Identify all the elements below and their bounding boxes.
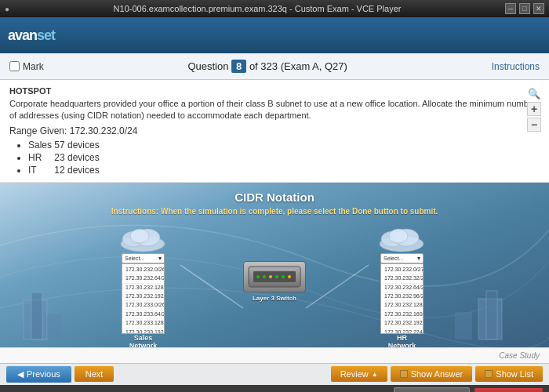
hr-cloud-icon <box>376 222 427 253</box>
bottom-nav: ◀ Previous Next Review ▲ Show Answer Sho… <box>0 363 549 385</box>
list-item: 172.30.233.192/26 <box>124 328 162 334</box>
svg-line-0 <box>180 265 243 308</box>
hr-network-label: HRNetwork <box>388 334 416 347</box>
sales-ip-list[interactable]: 172.30.232.0/26 172.30.232.64/26 172.30.… <box>122 263 165 334</box>
simulation-area: CIDR Notation Instructions: When the sim… <box>0 183 549 347</box>
sales-cloud-icon <box>118 222 169 253</box>
list-item: 172.30.232.64/26 <box>124 274 162 283</box>
review-button[interactable]: Review ▲ <box>331 366 387 382</box>
question-number: 8 <box>231 60 246 73</box>
next-label: Next <box>85 369 104 379</box>
question-body: Corporate headquarters provided your off… <box>9 98 540 122</box>
minimize-button[interactable]: ─ <box>505 3 516 14</box>
logo-av: avan <box>8 27 37 43</box>
device-name: Sales <box>28 140 52 151</box>
mark-control[interactable]: Mark <box>9 61 44 72</box>
svg-point-11 <box>130 229 149 243</box>
list-item: 172.30.232.192/27 <box>383 319 421 328</box>
window-title: N10-006.examcollection.premium.exam.323q… <box>9 4 505 13</box>
svg-rect-7 <box>455 312 472 339</box>
svg-point-15 <box>389 229 408 243</box>
list-item: 172.30.232.96/27 <box>383 292 421 301</box>
svg-point-21 <box>275 275 278 278</box>
list-item: 172.30.232.192/26 <box>124 292 162 301</box>
question-info: Question 8 of 323 (Exam A, Q27) <box>187 60 347 72</box>
mark-checkbox[interactable] <box>9 61 20 71</box>
app-header: avanset <box>0 17 549 53</box>
content-area: HOTSPOT Corporate headquarters provided … <box>0 80 549 363</box>
question-text-area: HOTSPOT Corporate headquarters provided … <box>0 80 549 183</box>
save-session-button[interactable]: Save Session <box>394 387 470 392</box>
logo-an: set <box>37 27 55 43</box>
switch-label: Layer 3 Switch <box>253 295 296 302</box>
svg-point-18 <box>256 275 260 278</box>
instructions-link[interactable]: Instructions <box>492 61 540 72</box>
hotspot-label: HOTSPOT <box>9 86 540 96</box>
svg-point-19 <box>263 275 266 278</box>
svg-point-22 <box>282 275 285 278</box>
switch-svg <box>247 265 302 289</box>
end-exam-button[interactable]: End Exam <box>474 388 543 392</box>
sales-dropdown-label: Select... <box>125 256 144 261</box>
sales-dropdown[interactable]: Select... ▾ <box>122 253 165 263</box>
svg-rect-3 <box>31 292 42 339</box>
show-answer-label: Show Answer <box>411 369 464 379</box>
show-list-icon <box>485 370 493 378</box>
list-item: HR 23 devices <box>28 152 540 163</box>
maximize-button[interactable]: □ <box>519 3 530 14</box>
list-item: 172.30.233.64/26 <box>124 310 162 319</box>
previous-button[interactable]: ◀ Previous <box>6 366 71 383</box>
review-chevron-icon: ▲ <box>372 371 378 378</box>
close-button[interactable]: ✕ <box>533 3 544 14</box>
show-list-label: Show List <box>496 369 533 379</box>
switch-icon <box>243 261 306 292</box>
question-header: Mark Question 8 of 323 (Exam A, Q27) Ins… <box>0 53 549 80</box>
list-item: 172.30.232.64/27 <box>383 284 421 292</box>
zoom-in-button[interactable]: + <box>527 102 541 116</box>
zoom-out-button[interactable]: − <box>527 118 541 132</box>
device-name: IT <box>28 165 52 176</box>
show-list-button[interactable]: Show List <box>475 366 543 382</box>
case-study-bar: Case Study <box>0 347 549 363</box>
window-controls: ─ □ ✕ <box>505 3 544 14</box>
show-answer-icon <box>400 370 408 378</box>
case-study-label: Case Study <box>499 351 540 360</box>
list-item: 172.30.232.0/26 <box>124 266 162 274</box>
svg-rect-4 <box>478 299 502 339</box>
list-item: 172.30.232.0/27 <box>383 266 421 274</box>
mark-label: Mark <box>23 61 44 72</box>
title-bar: ● N10-006.examcollection.premium.exam.32… <box>0 0 549 17</box>
list-item: 172.30.233.128/26 <box>124 319 162 328</box>
range-given: Range Given: 172.30.232.0/24 <box>9 125 540 136</box>
zoom-controls: 🔍 + − <box>527 86 541 132</box>
switch-container: Layer 3 Switch <box>243 261 306 302</box>
hr-dropdown-label: Select... <box>384 256 403 261</box>
list-item: 172.30.232.224/27 <box>383 328 421 334</box>
hr-dropdown[interactable]: Select... ▾ <box>380 253 424 263</box>
hr-network-node: Select... ▾ 172.30.232.0/27 172.30.232.3… <box>376 222 427 347</box>
app-logo: avanset <box>8 27 55 44</box>
list-item: 172.30.232.128/26 <box>124 284 162 292</box>
svg-point-20 <box>269 275 272 278</box>
hr-ip-list[interactable]: 172.30.232.0/27 172.30.232.32/27 172.30.… <box>380 263 424 334</box>
device-name: HR <box>28 152 52 163</box>
show-answer-button[interactable]: Show Answer <box>391 366 473 382</box>
next-button[interactable]: Next <box>75 366 115 382</box>
svg-point-23 <box>288 275 291 278</box>
hr-dropdown-arrow: ▾ <box>417 255 420 262</box>
search-icon[interactable]: 🔍 <box>527 86 541 100</box>
list-item: Sales 57 devices <box>28 140 540 151</box>
question-meta: of 323 (Exam A, Q27) <box>246 60 347 72</box>
sales-network-node: Select... ▾ 172.30.232.0/26 172.30.232.6… <box>118 222 169 347</box>
svg-rect-2 <box>24 300 47 339</box>
device-list: Sales 57 devices HR 23 devices IT 12 dev… <box>9 140 540 176</box>
list-item: 172.30.232.128/27 <box>383 301 421 310</box>
sales-dropdown-arrow: ▾ <box>158 255 162 262</box>
svg-rect-6 <box>47 314 61 339</box>
simulation-title: CIDR Notation <box>0 183 549 204</box>
svg-rect-5 <box>486 291 497 339</box>
sales-network-label: SalesNetwork <box>129 334 158 347</box>
simulation-instruction: Instructions: When the simulation is com… <box>0 207 549 216</box>
list-item: IT 12 devices <box>28 165 540 176</box>
list-item: 172.30.232.160/27 <box>383 310 421 319</box>
